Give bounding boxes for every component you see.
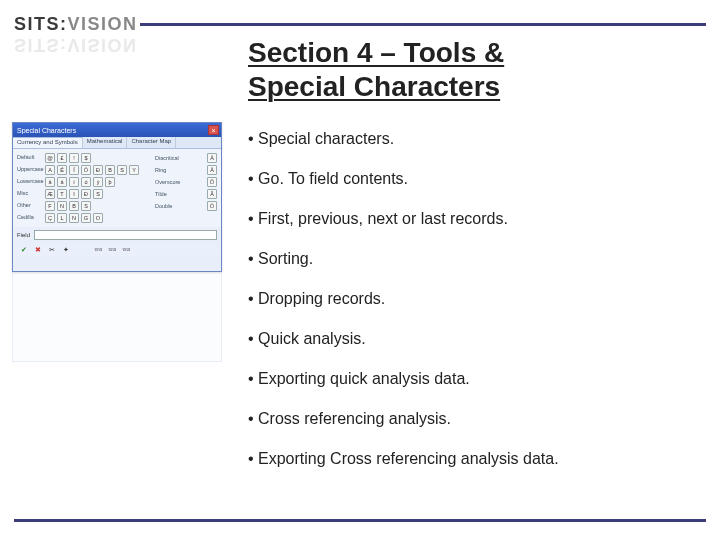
char-button[interactable]: S [117,165,127,175]
char-button[interactable]: Ç [45,213,55,223]
brand-logo-reflection: SITS:VISION [14,34,138,55]
char-button[interactable]: Ã [207,189,217,199]
footer-rule [14,519,706,522]
close-icon[interactable]: ✖ [33,245,43,255]
binoculars-icon[interactable]: 👓 [93,245,103,255]
right-label: Ring [155,167,203,173]
char-button[interactable]: T [57,189,67,199]
row-label: Uppercase [17,167,45,173]
char-button[interactable]: Í [69,165,79,175]
char-button[interactable]: N [69,213,79,223]
char-button[interactable]: Ð [93,165,103,175]
right-label: Tilde [155,191,203,197]
dialog-tab[interactable]: Mathematical [83,137,128,148]
binoculars-icon[interactable]: 👓 [107,245,117,255]
dialog-reflection [12,272,222,362]
close-icon[interactable]: × [208,125,219,135]
logo-sits: SITS [14,14,60,34]
dialog-titlebar: Special Characters × [13,123,221,137]
char-button[interactable]: É [57,165,67,175]
char-button[interactable]: I [69,189,79,199]
dialog-tab[interactable]: Currency and Symbols [13,137,83,148]
right-label: Overscore [155,179,203,185]
section-heading: Section 4 – Tools & Special Characters [248,36,504,103]
char-button[interactable]: @ [45,153,55,163]
dialog-toolbar: ✔ ✖ ✂ ✦ 👓 👓 👓 [17,243,217,257]
binoculars-icon[interactable]: 👓 [121,245,131,255]
field-input[interactable] [34,230,217,240]
char-button[interactable]: A [45,165,55,175]
row-label: Cedilla [17,215,45,221]
special-characters-dialog: Special Characters × Currency and Symbol… [12,122,222,272]
char-button[interactable]: Ä [207,153,217,163]
heading-line-1: Section 4 – Tools & [248,37,504,68]
row-label: Other [17,203,45,209]
char-button[interactable]: Ō [207,177,217,187]
char-button[interactable]: ó [81,177,91,187]
bullet-item: Sorting. [248,250,700,268]
bullet-item: Quick analysis. [248,330,700,348]
char-button[interactable]: L [57,213,67,223]
row-label: Default [17,155,45,161]
sparkle-icon[interactable]: ✦ [61,245,71,255]
char-row: Cedilla Ç L N G O [17,213,217,223]
char-button[interactable]: Ő [207,201,217,211]
dialog-title: Special Characters [17,127,76,134]
dialog-right-column: DiacriticalÄ RingÅ OverscoreŌ TildeÃ Dou… [155,151,217,213]
bullet-item: Special characters. [248,130,700,148]
char-button[interactable]: $ [81,153,91,163]
char-button[interactable]: á [57,177,67,187]
field-row: Field [17,229,217,241]
bullet-item: Exporting Cross referencing analysis dat… [248,450,700,468]
char-button[interactable]: Y [129,165,139,175]
right-label: Diacritical [155,155,203,161]
char-button[interactable]: G [81,213,91,223]
row-label: Misc [17,191,45,197]
char-button[interactable]: N [57,201,67,211]
char-button[interactable]: ý [93,177,103,187]
right-label: Double [155,203,203,209]
dialog-tabs: Currency and Symbols Mathematical Charac… [13,137,221,149]
bullet-list: Special characters. Go. To field content… [248,130,700,490]
char-button[interactable]: þ [105,177,115,187]
cut-icon[interactable]: ✂ [47,245,57,255]
brand-logo: SITS:VISION [14,14,138,35]
bullet-item: First, previous, next or last records. [248,210,700,228]
char-button[interactable]: í [69,177,79,187]
char-button[interactable]: Ó [81,165,91,175]
bullet-item: Dropping records. [248,290,700,308]
row-label: Lowercase [17,179,45,185]
char-button[interactable]: Å [207,165,217,175]
char-button[interactable]: à [45,177,55,187]
bullet-item: Cross referencing analysis. [248,410,700,428]
bullet-item: Exporting quick analysis data. [248,370,700,388]
char-button[interactable]: O [93,213,103,223]
char-button[interactable]: B [69,201,79,211]
logo-colon: : [60,14,68,34]
char-button[interactable]: F [45,201,55,211]
dialog-tab[interactable]: Character Map [127,137,176,148]
field-label: Field [17,232,30,238]
header-rule [140,23,706,26]
char-button[interactable]: S [81,201,91,211]
char-button[interactable]: B [105,165,115,175]
bullet-item: Go. To field contents. [248,170,700,188]
char-button[interactable]: ! [69,153,79,163]
check-icon[interactable]: ✔ [19,245,29,255]
logo-vision: VISION [68,14,138,34]
char-button[interactable]: Ð [81,189,91,199]
char-button[interactable]: S [93,189,103,199]
char-button[interactable]: £ [57,153,67,163]
char-button[interactable]: Æ [45,189,55,199]
heading-line-2: Special Characters [248,71,500,102]
